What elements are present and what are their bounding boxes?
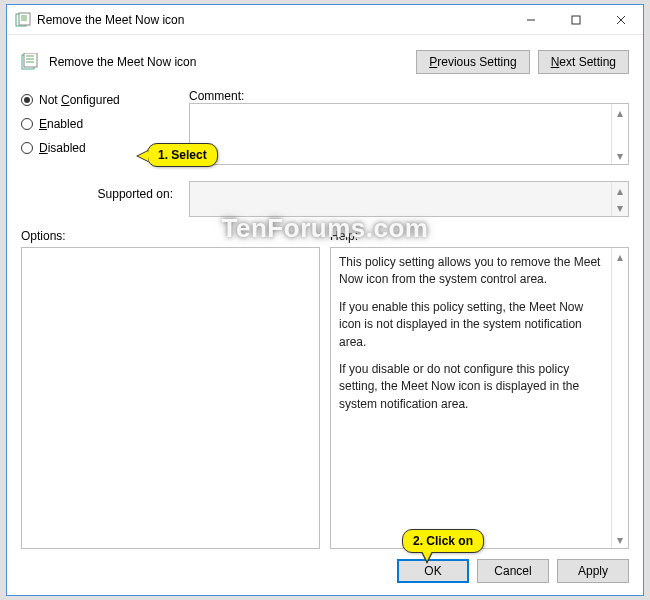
scroll-down-icon[interactable]: ▾ xyxy=(612,147,628,164)
annotation-select: 1. Select xyxy=(147,143,218,167)
annotation-click: 2. Click on xyxy=(402,529,484,553)
help-panel: This policy setting allows you to remove… xyxy=(330,247,629,549)
supported-display: ▴ ▾ xyxy=(189,181,629,217)
comment-input[interactable]: ▴ ▾ xyxy=(189,103,629,165)
cancel-button[interactable]: Cancel xyxy=(477,559,549,583)
header-row: Remove the Meet Now icon Previous Settin… xyxy=(21,45,629,79)
previous-setting-button[interactable]: Previous Setting xyxy=(416,50,529,74)
close-button[interactable] xyxy=(598,5,643,35)
options-panel xyxy=(21,247,320,549)
content-area: Remove the Meet Now icon Previous Settin… xyxy=(7,35,643,595)
svg-rect-10 xyxy=(24,53,37,67)
radio-circle-icon xyxy=(21,94,33,106)
scroll-up-icon[interactable]: ▴ xyxy=(612,182,628,199)
lower-panels: Options: Help: This policy setting allow… xyxy=(21,229,629,549)
window-title: Remove the Meet Now icon xyxy=(37,13,508,27)
ok-button[interactable]: OK xyxy=(397,559,469,583)
apply-button[interactable]: Apply xyxy=(557,559,629,583)
help-label: Help: xyxy=(330,229,629,243)
svg-rect-1 xyxy=(19,13,30,25)
maximize-button[interactable] xyxy=(553,5,598,35)
help-scrollbar[interactable]: ▴ ▾ xyxy=(611,248,628,548)
scroll-up-icon[interactable]: ▴ xyxy=(612,248,628,265)
options-column: Options: xyxy=(21,229,320,549)
scroll-down-icon[interactable]: ▾ xyxy=(612,531,628,548)
config-row: Not Configured Enabled Disabled Comment:… xyxy=(21,79,629,173)
titlebar[interactable]: Remove the Meet Now icon xyxy=(7,5,643,35)
radio-not-configured[interactable]: Not Configured xyxy=(21,93,181,107)
comment-label: Comment: xyxy=(189,89,629,103)
options-label: Options: xyxy=(21,229,320,243)
help-text: This policy setting allows you to remove… xyxy=(331,248,611,548)
policy-editor-window: Remove the Meet Now icon Remove the Meet… xyxy=(6,4,644,596)
scroll-down-icon[interactable]: ▾ xyxy=(612,199,628,216)
policy-icon xyxy=(15,12,31,28)
supported-label: Supported on: xyxy=(21,181,181,201)
scroll-up-icon[interactable]: ▴ xyxy=(612,104,628,121)
dialog-buttons: OK Cancel Apply xyxy=(21,559,629,583)
supported-row: Supported on: ▴ ▾ xyxy=(21,181,629,217)
minimize-button[interactable] xyxy=(508,5,553,35)
policy-title: Remove the Meet Now icon xyxy=(49,55,196,69)
radio-circle-icon xyxy=(21,118,33,130)
radio-circle-icon xyxy=(21,142,33,154)
next-setting-button[interactable]: Next Setting xyxy=(538,50,629,74)
svg-rect-6 xyxy=(572,16,580,24)
radio-enabled[interactable]: Enabled xyxy=(21,117,181,131)
policy-list-icon xyxy=(21,53,39,71)
comment-scrollbar[interactable]: ▴ ▾ xyxy=(611,104,628,164)
help-column: Help: This policy setting allows you to … xyxy=(330,229,629,549)
supported-scrollbar[interactable]: ▴ ▾ xyxy=(611,182,628,216)
